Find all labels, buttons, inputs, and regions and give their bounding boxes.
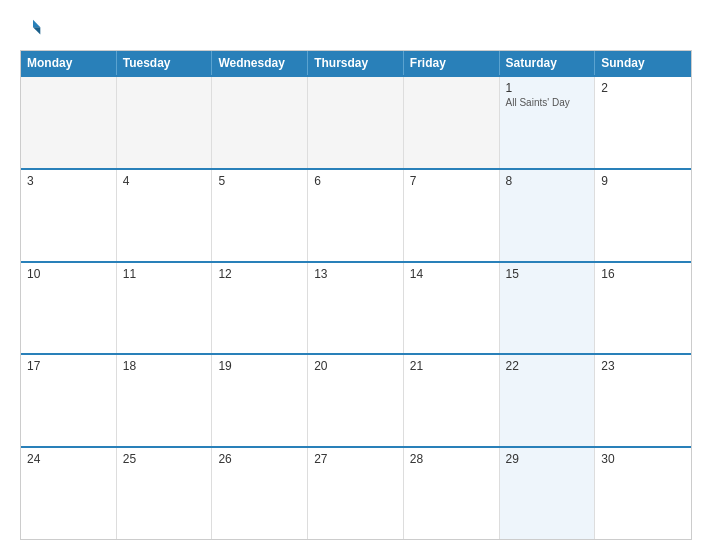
day-number: 3 [27, 174, 110, 188]
day-number: 29 [506, 452, 589, 466]
calendar-cell [117, 77, 213, 168]
calendar-cell: 26 [212, 448, 308, 539]
day-number: 23 [601, 359, 685, 373]
day-number: 20 [314, 359, 397, 373]
calendar-cell: 10 [21, 263, 117, 354]
calendar-cell: 30 [595, 448, 691, 539]
day-number: 18 [123, 359, 206, 373]
day-number: 9 [601, 174, 685, 188]
day-number: 30 [601, 452, 685, 466]
day-number: 12 [218, 267, 301, 281]
calendar-cell: 9 [595, 170, 691, 261]
weekday-header: Monday [21, 51, 117, 75]
svg-marker-0 [33, 20, 40, 27]
day-number: 19 [218, 359, 301, 373]
day-number: 22 [506, 359, 589, 373]
day-number: 2 [601, 81, 685, 95]
day-number: 13 [314, 267, 397, 281]
calendar-cell: 22 [500, 355, 596, 446]
event-label: All Saints' Day [506, 97, 589, 108]
day-number: 1 [506, 81, 589, 95]
weekday-header: Sunday [595, 51, 691, 75]
day-number: 7 [410, 174, 493, 188]
calendar-cell [21, 77, 117, 168]
logo [20, 18, 44, 38]
calendar-cell: 28 [404, 448, 500, 539]
calendar-cell [308, 77, 404, 168]
logo-icon [22, 18, 44, 40]
day-number: 5 [218, 174, 301, 188]
calendar-cell: 23 [595, 355, 691, 446]
calendar-cell: 5 [212, 170, 308, 261]
weekday-header: Friday [404, 51, 500, 75]
calendar-page: MondayTuesdayWednesdayThursdayFridaySatu… [0, 0, 712, 550]
calendar-cell: 20 [308, 355, 404, 446]
day-number: 6 [314, 174, 397, 188]
calendar-cell: 25 [117, 448, 213, 539]
calendar-cell: 11 [117, 263, 213, 354]
day-number: 28 [410, 452, 493, 466]
day-number: 8 [506, 174, 589, 188]
calendar-week: 10111213141516 [21, 261, 691, 354]
day-number: 24 [27, 452, 110, 466]
calendar-week: 17181920212223 [21, 353, 691, 446]
weekday-header: Tuesday [117, 51, 213, 75]
day-number: 17 [27, 359, 110, 373]
day-number: 27 [314, 452, 397, 466]
calendar-week: 3456789 [21, 168, 691, 261]
calendar-cell: 8 [500, 170, 596, 261]
calendar-week: 24252627282930 [21, 446, 691, 539]
calendar-cell: 4 [117, 170, 213, 261]
weekday-header: Thursday [308, 51, 404, 75]
calendar-body: 1All Saints' Day234567891011121314151617… [21, 75, 691, 539]
weekday-header: Wednesday [212, 51, 308, 75]
calendar-cell: 29 [500, 448, 596, 539]
day-number: 21 [410, 359, 493, 373]
calendar-cell: 2 [595, 77, 691, 168]
day-number: 10 [27, 267, 110, 281]
calendar-cell: 17 [21, 355, 117, 446]
calendar-cell: 12 [212, 263, 308, 354]
weekday-header: Saturday [500, 51, 596, 75]
calendar-cell: 21 [404, 355, 500, 446]
calendar-cell: 6 [308, 170, 404, 261]
header [20, 18, 692, 38]
day-number: 16 [601, 267, 685, 281]
calendar-header: MondayTuesdayWednesdayThursdayFridaySatu… [21, 51, 691, 75]
calendar-cell: 1All Saints' Day [500, 77, 596, 168]
day-number: 14 [410, 267, 493, 281]
calendar: MondayTuesdayWednesdayThursdayFridaySatu… [20, 50, 692, 540]
day-number: 26 [218, 452, 301, 466]
svg-marker-1 [33, 27, 40, 34]
calendar-week: 1All Saints' Day2 [21, 75, 691, 168]
calendar-cell: 16 [595, 263, 691, 354]
day-number: 15 [506, 267, 589, 281]
calendar-cell: 19 [212, 355, 308, 446]
calendar-cell [212, 77, 308, 168]
day-number: 25 [123, 452, 206, 466]
calendar-cell: 13 [308, 263, 404, 354]
day-number: 11 [123, 267, 206, 281]
calendar-cell: 15 [500, 263, 596, 354]
day-number: 4 [123, 174, 206, 188]
calendar-cell: 14 [404, 263, 500, 354]
calendar-cell: 3 [21, 170, 117, 261]
calendar-cell: 18 [117, 355, 213, 446]
calendar-cell: 24 [21, 448, 117, 539]
calendar-cell: 27 [308, 448, 404, 539]
calendar-cell: 7 [404, 170, 500, 261]
calendar-cell [404, 77, 500, 168]
